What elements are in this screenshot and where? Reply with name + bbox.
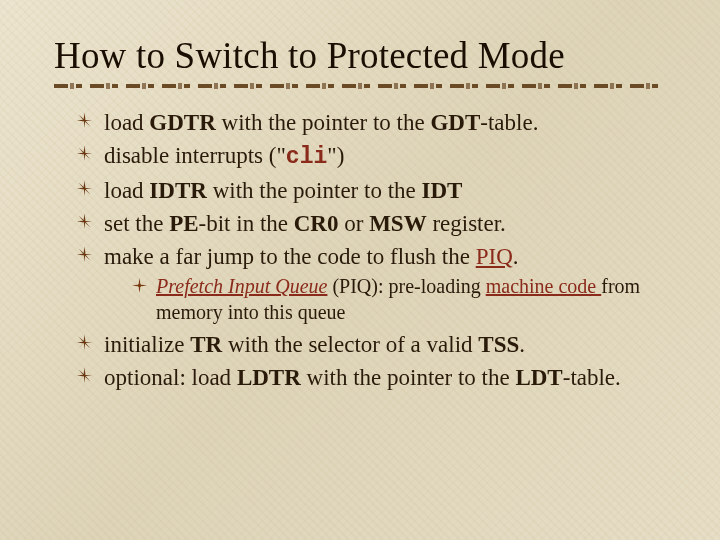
emph-piq: Prefetch Input Queue	[156, 275, 327, 297]
burst-bullet-icon	[132, 278, 147, 293]
bullet-list: load GDTR with the pointer to the GDT-ta…	[54, 107, 666, 394]
text: disable interrupts ("	[104, 143, 286, 168]
text: initialize	[104, 332, 190, 357]
text: or	[338, 211, 369, 236]
text: with the selector of a valid	[222, 332, 478, 357]
term-cr0: CR0	[294, 211, 339, 236]
text: optional: load	[104, 365, 237, 390]
text: with the pointer to the	[301, 365, 516, 390]
text: .	[519, 332, 525, 357]
star-bullet-icon	[76, 246, 93, 263]
title-divider	[54, 83, 666, 89]
text: -bit in the	[199, 211, 294, 236]
text: make a far jump to the code to flush the	[104, 244, 476, 269]
text: (PIQ): pre-loading	[327, 275, 485, 297]
list-item: set the PE-bit in the CR0 or MSW registe…	[76, 208, 666, 239]
star-bullet-icon	[76, 334, 93, 351]
star-bullet-icon	[76, 213, 93, 230]
text: with the pointer to the	[207, 178, 422, 203]
code-cli: cli	[286, 144, 327, 170]
slide: How to Switch to Protected Mode load GDT…	[0, 0, 720, 540]
list-item: initialize TR with the selector of a val…	[76, 329, 666, 360]
star-bullet-icon	[76, 112, 93, 129]
text: with the pointer to the	[216, 110, 431, 135]
term-pe: PE	[169, 211, 198, 236]
sub-list-item: Prefetch Input Queue (PIQ): pre-loading …	[132, 274, 666, 325]
term-idt: IDT	[422, 178, 463, 203]
text: .	[513, 244, 519, 269]
term-idtr: IDTR	[149, 178, 207, 203]
text: load	[104, 110, 149, 135]
term-gdtr: GDTR	[149, 110, 215, 135]
list-item: disable interrupts ("cli")	[76, 140, 666, 173]
text: register.	[427, 211, 506, 236]
link-machine-code[interactable]: machine code	[486, 275, 602, 297]
term-gdt: GDT	[430, 110, 480, 135]
list-item: load GDTR with the pointer to the GDT-ta…	[76, 107, 666, 138]
link-piq[interactable]: PIQ	[476, 244, 513, 269]
list-item: make a far jump to the code to flush the…	[76, 241, 666, 325]
star-bullet-icon	[76, 367, 93, 384]
page-title: How to Switch to Protected Mode	[54, 34, 666, 77]
star-bullet-icon	[76, 180, 93, 197]
term-msw: MSW	[369, 211, 427, 236]
text: set the	[104, 211, 169, 236]
text: ")	[327, 143, 344, 168]
text: load	[104, 178, 149, 203]
list-item: load IDTR with the pointer to the IDT	[76, 175, 666, 206]
star-bullet-icon	[76, 145, 93, 162]
list-item: optional: load LDTR with the pointer to …	[76, 362, 666, 393]
text: -table.	[480, 110, 538, 135]
text: -table.	[563, 365, 621, 390]
term-tr: TR	[190, 332, 222, 357]
sub-list: Prefetch Input Queue (PIQ): pre-loading …	[104, 274, 666, 325]
term-ldtr: LDTR	[237, 365, 301, 390]
term-ldt: LDT	[515, 365, 562, 390]
term-tss: TSS	[478, 332, 519, 357]
